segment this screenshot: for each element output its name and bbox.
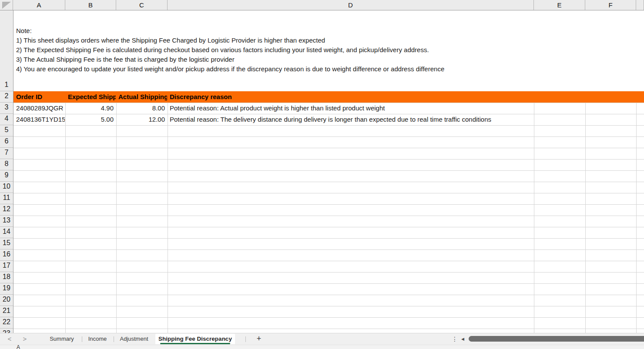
add-sheet-button[interactable]: +: [252, 333, 266, 345]
sheet-tab-bar: < > Summary Income Adjustment Shipping F…: [0, 333, 644, 345]
status-bar: Å: [0, 345, 644, 349]
column-header-bar: ABCDEF: [0, 0, 644, 10]
row-header-13[interactable]: 13: [0, 216, 13, 227]
header-cell-expected-fee[interactable]: Expected Shipping Fee: [68, 91, 116, 103]
gridline: [13, 182, 644, 182]
row-header-16[interactable]: 16: [0, 249, 13, 261]
row-header-8[interactable]: 8: [0, 159, 13, 170]
gridline: [13, 193, 644, 193]
cell-actual-fee[interactable]: 8.00: [116, 103, 166, 114]
tab-separator: [245, 336, 246, 342]
gridline: [13, 216, 644, 216]
scroll-left-icon[interactable]: ◀: [461, 333, 464, 345]
gridline: [13, 159, 644, 160]
column-header-c[interactable]: C: [116, 0, 168, 10]
prev-sheet-icon[interactable]: <: [5, 333, 14, 345]
gridline: [13, 227, 644, 227]
gridline: [534, 91, 534, 333]
gridline: [13, 295, 644, 295]
row-header-23[interactable]: 23: [0, 329, 13, 333]
gridline: [13, 283, 644, 284]
row-header-7[interactable]: 7: [0, 148, 13, 159]
row-header-18[interactable]: 18: [0, 272, 13, 283]
row-header-19[interactable]: 19: [0, 283, 13, 295]
header-cell-order-id[interactable]: Order ID: [16, 91, 65, 103]
row-header-3[interactable]: 3: [0, 103, 13, 114]
row-header-22[interactable]: 22: [0, 317, 13, 329]
status-glyph: Å: [17, 345, 20, 349]
cell-actual-fee[interactable]: 12.00: [116, 114, 166, 125]
column-header-e[interactable]: E: [534, 0, 585, 10]
row-header-14[interactable]: 14: [0, 227, 13, 238]
active-tab-underline: [160, 343, 230, 344]
column-header-a[interactable]: A: [13, 0, 65, 10]
gridline: [13, 317, 644, 318]
cell-reason[interactable]: Potential reason: The delivery distance …: [170, 114, 535, 125]
row-header-2[interactable]: 2: [0, 91, 13, 103]
tab-summary[interactable]: Summary: [45, 333, 78, 345]
gridline: [13, 306, 644, 306]
tab-shipping-fee-discrepancy[interactable]: Shipping Fee Discrepancy: [155, 334, 235, 344]
sheet-grid: ABCDEF 123456789101112131415161718192021…: [0, 0, 644, 333]
gridline: [13, 249, 644, 250]
gridline: [13, 261, 644, 261]
column-header-b[interactable]: B: [65, 0, 116, 10]
tab-income[interactable]: Income: [84, 333, 111, 345]
gridline: [13, 204, 644, 205]
row-header-4[interactable]: 4: [0, 114, 13, 125]
header-cell-actual-fee[interactable]: Actual Shipping Fee: [118, 91, 167, 103]
cell-a1-note[interactable]: Note: 1) This sheet displays orders wher…: [16, 26, 521, 74]
select-all-corner[interactable]: [0, 0, 13, 10]
spreadsheet-window: ABCDEF 123456789101112131415161718192021…: [0, 0, 644, 349]
gridline: [13, 329, 644, 329]
gridline: [13, 148, 644, 148]
cell-reason[interactable]: Potential reason: Actual product weight …: [170, 103, 535, 114]
cell-order-id[interactable]: 24080289JQGR: [16, 103, 65, 114]
row-header-15[interactable]: 15: [0, 238, 13, 249]
row-header-20[interactable]: 20: [0, 295, 13, 306]
select-all-triangle-icon: [2, 2, 11, 9]
column-header-d[interactable]: D: [168, 0, 534, 10]
gridline: [13, 170, 644, 171]
active-tab-label: Shipping Fee Discrepancy: [158, 336, 232, 342]
row-header-21[interactable]: 21: [0, 306, 13, 317]
gridline: [65, 91, 66, 333]
more-options-icon[interactable]: ⋮: [452, 333, 458, 345]
row-header-border: [13, 10, 13, 333]
gridline: [116, 91, 117, 333]
column-header-f[interactable]: F: [585, 0, 636, 10]
row-header-5[interactable]: 5: [0, 125, 13, 136]
tab-separator: [82, 336, 82, 342]
row-header-6[interactable]: 6: [0, 136, 13, 148]
gridline: [13, 136, 644, 137]
row-header-10[interactable]: 10: [0, 182, 13, 193]
cell-expected-fee[interactable]: 5.00: [65, 114, 115, 125]
next-sheet-icon[interactable]: >: [20, 333, 29, 345]
gridline: [13, 125, 644, 126]
header-cell-reason[interactable]: Discrepancy reason: [170, 91, 387, 103]
gridline: [585, 91, 586, 333]
gridline: [636, 91, 637, 333]
tab-adjustment[interactable]: Adjustment: [114, 333, 154, 345]
row-header-11[interactable]: 11: [0, 193, 13, 204]
cell-expected-fee[interactable]: 4.90: [65, 103, 115, 114]
horizontal-scrollbar-thumb[interactable]: [469, 336, 644, 342]
gridline: [13, 272, 644, 273]
cell-order-id[interactable]: 2408136T1YD15: [16, 114, 65, 125]
row-header-17[interactable]: 17: [0, 261, 13, 272]
gridline: [13, 238, 644, 239]
column-header-partial[interactable]: [636, 0, 644, 10]
row-header-12[interactable]: 12: [0, 204, 13, 216]
row-header-1[interactable]: 1: [0, 10, 13, 91]
row-header-9[interactable]: 9: [0, 170, 13, 182]
gridline: [168, 91, 168, 333]
